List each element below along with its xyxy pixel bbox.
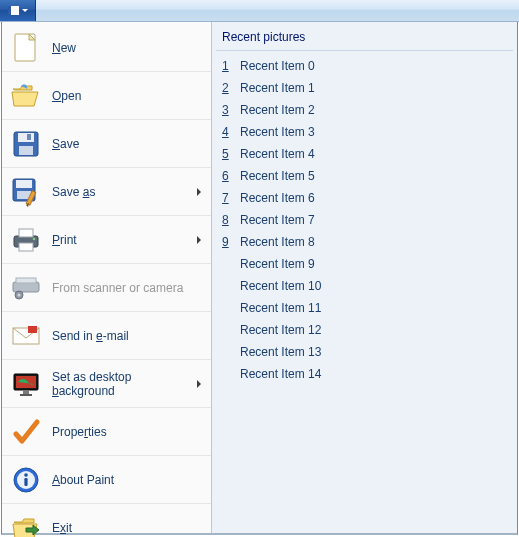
recent-item-label: Recent Item 11 [240,301,321,315]
svg-rect-16 [16,278,36,283]
submenu-arrow-icon [197,236,201,244]
menu-item-label: New [52,41,205,55]
recent-item-number: 4 [222,125,236,139]
svg-rect-4 [19,146,33,155]
recent-item[interactable]: 6Recent Item 5 [216,165,513,187]
menu-item-wall[interactable]: Set as desktop background [2,360,211,408]
svg-rect-13 [19,243,33,251]
menu-item-label: Print [52,233,197,247]
recent-item[interactable]: 7Recent Item 6 [216,187,513,209]
recent-list: 1Recent Item 02Recent Item 13Recent Item… [216,55,513,385]
recent-item[interactable]: 3Recent Item 2 [216,99,513,121]
menu-item-print[interactable]: Print [2,216,211,264]
exit-icon [10,512,42,537]
svg-rect-23 [23,391,29,394]
svg-point-18 [17,293,20,296]
recent-item[interactable]: 9Recent Item 8 [216,231,513,253]
menu-item-about[interactable]: About Paint [2,456,211,504]
menu-item-label: From scanner or camera [52,281,205,295]
recent-item-number: 2 [222,81,236,95]
recent-item[interactable]: Recent Item 14 [216,363,513,385]
menu-item-props[interactable]: Properties [2,408,211,456]
menu-item-label: Send in e-mail [52,329,205,343]
recent-item-label: Recent Item 10 [240,279,321,293]
recent-item-number: 1 [222,59,236,73]
recent-item[interactable]: Recent Item 9 [216,253,513,275]
svg-rect-7 [16,180,32,188]
menu-item-label: About Paint [52,473,205,487]
svg-rect-20 [28,326,37,333]
recent-item[interactable]: 2Recent Item 1 [216,77,513,99]
recent-item-label: Recent Item 7 [240,213,315,227]
svg-point-27 [24,473,28,477]
svg-rect-28 [24,478,27,486]
recent-item[interactable]: 5Recent Item 4 [216,143,513,165]
recent-item-number: 8 [222,213,236,227]
recent-item-label: Recent Item 9 [240,257,315,271]
recent-item[interactable]: 1Recent Item 0 [216,55,513,77]
menu-item-email[interactable]: Send in e-mail [2,312,211,360]
menu-item-label: Save [52,137,205,151]
monitor-icon [10,368,42,400]
menu-item-new[interactable]: New [2,24,211,72]
recent-item-label: Recent Item 6 [240,191,315,205]
recent-item-label: Recent Item 5 [240,169,315,183]
app-menu-icon [8,6,19,15]
menu-item-label: Properties [52,425,205,439]
titlebar [0,0,519,22]
chevron-down-icon [22,9,28,12]
floppy-icon [10,128,42,160]
recent-item-number: 9 [222,235,236,249]
recent-item-label: Recent Item 13 [240,345,321,359]
menu-item-open[interactable]: Open [2,72,211,120]
mail-icon [10,320,42,352]
menu-item-exit[interactable]: Exit [2,504,211,537]
floppy-pencil-icon [10,176,42,208]
recent-item[interactable]: Recent Item 10 [216,275,513,297]
application-menu: NewOpenSaveSave asPrintFrom scanner or c… [1,22,518,535]
scanner-icon [10,272,42,304]
recent-item[interactable]: 8Recent Item 7 [216,209,513,231]
recent-documents-panel: Recent pictures 1Recent Item 02Recent It… [212,22,517,533]
recent-item-label: Recent Item 12 [240,323,321,337]
recent-item-label: Recent Item 2 [240,103,315,117]
svg-rect-12 [19,229,33,237]
recent-item-label: Recent Item 4 [240,147,315,161]
menu-item-saveas[interactable]: Save as [2,168,211,216]
recent-item[interactable]: 4Recent Item 3 [216,121,513,143]
recent-item-label: Recent Item 1 [240,81,315,95]
recent-item-number: 7 [222,191,236,205]
recent-item[interactable]: Recent Item 12 [216,319,513,341]
menu-item-label: Set as desktop background [52,370,197,398]
menu-item-scan: From scanner or camera [2,264,211,312]
recent-item-label: Recent Item 3 [240,125,315,139]
printer-icon [10,224,42,256]
svg-rect-24 [20,394,32,396]
info-icon [10,464,42,496]
recent-header: Recent pictures [216,28,513,51]
recent-item[interactable]: Recent Item 11 [216,297,513,319]
app-menu-button[interactable] [0,0,36,21]
svg-rect-3 [18,133,34,142]
recent-item-label: Recent Item 0 [240,59,315,73]
menu-item-save[interactable]: Save [2,120,211,168]
submenu-arrow-icon [197,188,201,196]
menu-item-label: Save as [52,185,197,199]
recent-item-label: Recent Item 14 [240,367,321,381]
recent-item-label: Recent Item 8 [240,235,315,249]
recent-item-number: 3 [222,103,236,117]
menu-command-list: NewOpenSaveSave asPrintFrom scanner or c… [2,22,212,533]
submenu-arrow-icon [197,380,201,388]
svg-point-14 [33,237,36,240]
recent-item-number: 6 [222,169,236,183]
menu-item-label: Exit [52,521,205,535]
menu-item-label: Open [52,89,205,103]
recent-item-number: 5 [222,147,236,161]
doc-new-icon [10,32,42,64]
recent-item[interactable]: Recent Item 13 [216,341,513,363]
check-icon [10,416,42,448]
svg-rect-5 [27,134,31,140]
folder-open-icon [10,80,42,112]
